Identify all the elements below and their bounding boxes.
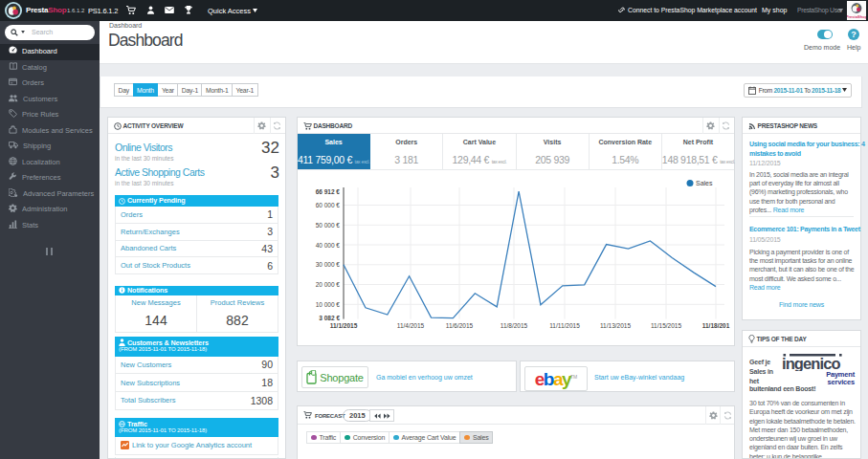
svg-text:50 000 €: 50 000 € [316, 222, 341, 229]
svg-text:PrestaShop: PrestaShop [847, 14, 866, 19]
svg-text:3 082 €: 3 082 € [319, 315, 340, 321]
svg-text:30 000 €: 30 000 € [316, 261, 341, 268]
svg-text:11/13/2015: 11/13/2015 [600, 322, 631, 329]
svg-text:ingenico: ingenico [782, 355, 840, 371]
svg-text:60 000 €: 60 000 € [316, 202, 341, 208]
svg-text:Sales: Sales [696, 180, 713, 186]
svg-text:10 000 €: 10 000 € [316, 301, 341, 308]
svg-text:11/1/2015: 11/1/2015 [330, 322, 358, 329]
svg-text:11/15/2015: 11/15/2015 [651, 322, 681, 329]
svg-text:11/8/2015: 11/8/2015 [501, 322, 528, 329]
svg-text:11/6/2015: 11/6/2015 [446, 322, 474, 329]
svg-text:66 912 €: 66 912 € [316, 188, 341, 195]
svg-text:20 000 €: 20 000 € [316, 281, 341, 288]
svg-text:11/4/2015: 11/4/2015 [397, 322, 425, 329]
svg-text:11/18/201: 11/18/201 [702, 322, 730, 329]
svg-text:40 000 €: 40 000 € [316, 242, 341, 249]
svg-text:11/11/2015: 11/11/2015 [549, 322, 580, 329]
